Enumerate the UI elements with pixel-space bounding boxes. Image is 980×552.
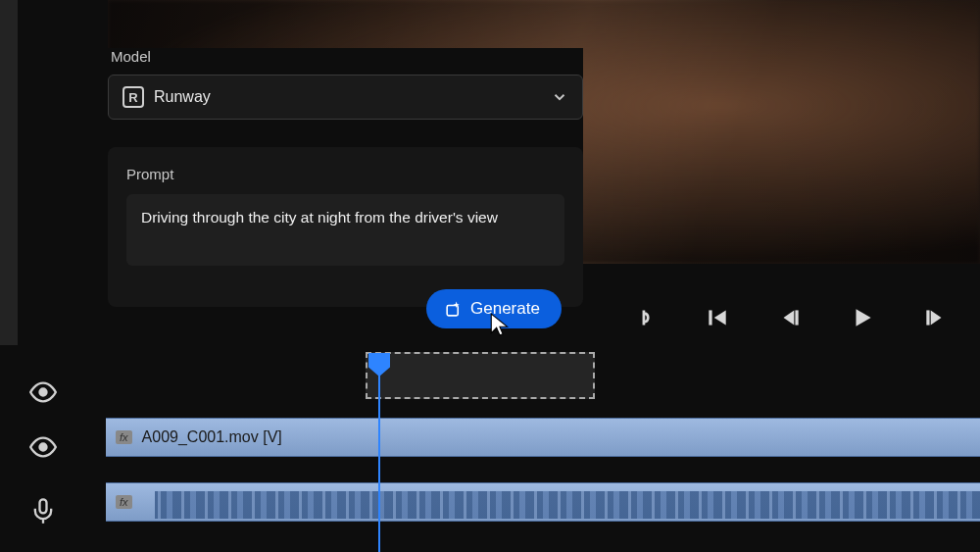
svg-rect-1 bbox=[709, 310, 711, 325]
generative-ai-panel: Model R Runway Prompt Driving through th… bbox=[108, 48, 583, 307]
svg-point-4 bbox=[40, 389, 47, 396]
playback-controls bbox=[588, 294, 980, 341]
step-back-button[interactable] bbox=[777, 305, 803, 330]
svg-rect-3 bbox=[926, 310, 929, 325]
fx-badge-icon: fx bbox=[116, 430, 132, 444]
svg-point-5 bbox=[40, 444, 47, 451]
model-selected-value: Runway bbox=[154, 88, 541, 106]
play-button[interactable] bbox=[850, 305, 875, 330]
prompt-text-input[interactable]: Driving through the city at night from t… bbox=[126, 194, 564, 266]
video-clip[interactable]: fx A009_C001.mov [V] bbox=[106, 418, 980, 457]
microphone-icon[interactable] bbox=[29, 497, 57, 525]
audio-waveform bbox=[155, 491, 980, 519]
track-header-column bbox=[0, 345, 78, 552]
go-to-in-button[interactable] bbox=[705, 305, 730, 330]
model-select-dropdown[interactable]: R Runway bbox=[108, 75, 583, 120]
prompt-card: Prompt Driving through the city at night… bbox=[108, 147, 583, 307]
playhead[interactable] bbox=[378, 353, 380, 552]
chevron-down-icon bbox=[551, 88, 568, 106]
playhead-line bbox=[378, 353, 380, 552]
generate-sparkle-icon bbox=[444, 300, 463, 319]
placeholder-clip[interactable] bbox=[366, 352, 595, 399]
track-visibility-icon[interactable] bbox=[29, 433, 57, 461]
step-forward-button[interactable] bbox=[922, 305, 948, 330]
cursor-icon bbox=[488, 312, 514, 337]
fx-badge-icon: fx bbox=[116, 495, 132, 509]
audio-clip[interactable]: fx bbox=[106, 482, 980, 522]
model-field-label: Model bbox=[108, 48, 583, 65]
prompt-field-label: Prompt bbox=[126, 166, 564, 182]
runway-logo-icon: R bbox=[122, 86, 144, 108]
timeline[interactable]: fx A009_C001.mov [V] fx bbox=[0, 345, 980, 552]
mark-in-button[interactable] bbox=[632, 305, 658, 330]
track-visibility-icon[interactable] bbox=[29, 378, 57, 406]
svg-rect-2 bbox=[795, 310, 798, 325]
svg-rect-6 bbox=[40, 499, 47, 513]
clip-label: A009_C001.mov [V] bbox=[142, 428, 282, 446]
